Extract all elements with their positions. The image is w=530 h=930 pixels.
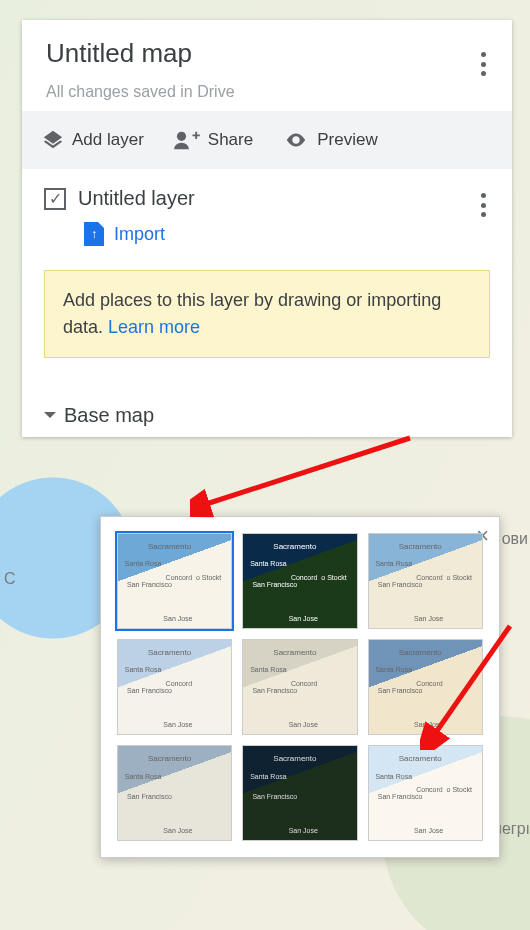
base-map-label: Base map	[64, 404, 154, 427]
edge-label-left: C	[4, 570, 16, 588]
layer-name[interactable]: Untitled layer	[78, 187, 195, 210]
edge-label-right-top: ови	[502, 530, 528, 548]
base-map-popover: × Sacramento Santa Rosa Concord o Stockt…	[100, 516, 500, 858]
svg-point-0	[177, 132, 186, 141]
style-light-political[interactable]: Sacramento Santa Rosa Concord San Franci…	[117, 639, 232, 735]
base-map-toggle[interactable]: Base map	[22, 398, 512, 437]
toolbar: Add layer Share Preview	[22, 111, 512, 169]
style-light-landmass[interactable]: Sacramento Santa Rosa San Francisco San …	[117, 745, 232, 841]
chevron-down-icon	[44, 412, 56, 424]
style-satellite[interactable]: Sacramento Santa Rosa Concord o Stockt S…	[242, 533, 357, 629]
map-title[interactable]: Untitled map	[46, 38, 488, 69]
style-whitewater[interactable]: Sacramento Santa Rosa Concord o Stockt S…	[368, 745, 483, 841]
add-layer-button[interactable]: Add layer	[36, 125, 150, 155]
style-simple-atlas[interactable]: Sacramento Santa Rosa Concord San Franci…	[368, 639, 483, 735]
import-icon	[84, 222, 104, 246]
map-editor-panel: Untitled map All changes saved in Drive …	[22, 20, 512, 437]
layer-tip: Add places to this layer by drawing or i…	[44, 270, 490, 358]
share-button[interactable]: Share	[168, 125, 259, 155]
layer-section: ✓ Untitled layer Import	[22, 169, 512, 264]
style-map[interactable]: Sacramento Santa Rosa Concord o Stockt S…	[117, 533, 232, 629]
style-terrain[interactable]: Sacramento Santa Rosa Concord o Stockt S…	[368, 533, 483, 629]
layer-visibility-checkbox[interactable]: ✓	[44, 188, 66, 210]
map-options-menu[interactable]	[472, 50, 494, 78]
share-label: Share	[208, 130, 253, 150]
import-button[interactable]: Import	[84, 222, 490, 246]
save-status: All changes saved in Drive	[46, 83, 488, 101]
preview-button[interactable]: Preview	[277, 125, 383, 155]
panel-header: Untitled map All changes saved in Drive	[22, 20, 512, 111]
preview-label: Preview	[317, 130, 377, 150]
eye-icon	[283, 129, 309, 151]
import-label: Import	[114, 224, 165, 245]
add-layer-label: Add layer	[72, 130, 144, 150]
share-icon	[174, 129, 200, 151]
layer-options-menu[interactable]	[472, 191, 494, 219]
layers-icon	[42, 129, 64, 151]
style-dark-landmass[interactable]: Sacramento Santa Rosa San Francisco San …	[242, 745, 357, 841]
learn-more-link[interactable]: Learn more	[108, 317, 200, 337]
style-grid: Sacramento Santa Rosa Concord o Stockt S…	[117, 533, 483, 841]
style-mono-city[interactable]: Sacramento Santa Rosa Concord San Franci…	[242, 639, 357, 735]
